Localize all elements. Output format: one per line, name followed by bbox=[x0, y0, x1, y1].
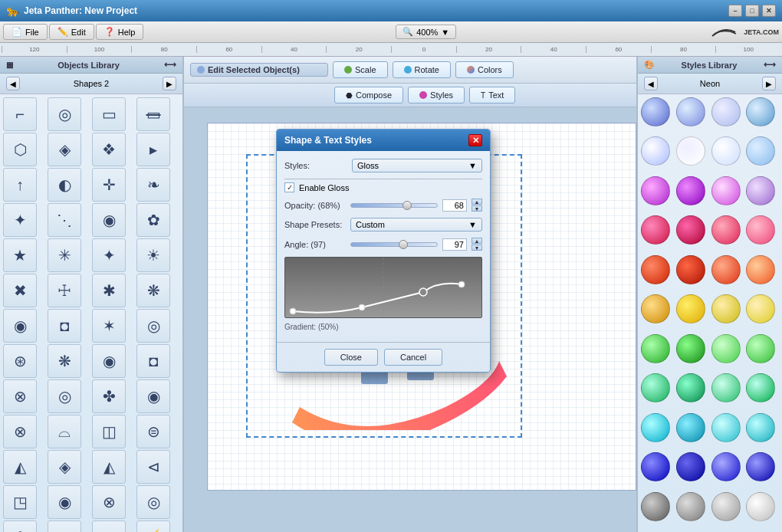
style-ball[interactable] bbox=[676, 334, 705, 363]
shape-item[interactable]: ↙ bbox=[92, 521, 126, 532]
shape-item[interactable]: ◘ bbox=[48, 309, 81, 343]
compose-button[interactable]: ⬣ Compose bbox=[334, 87, 403, 103]
shape-item[interactable]: ★ bbox=[3, 238, 37, 272]
shapes-prev-button[interactable]: ◀ bbox=[6, 77, 20, 90]
style-ball[interactable] bbox=[676, 215, 705, 245]
shape-item[interactable]: ✖ bbox=[3, 274, 37, 307]
shape-item[interactable]: ✶ bbox=[92, 309, 126, 343]
shape-item[interactable]: ◳ bbox=[3, 485, 37, 519]
opacity-slider[interactable] bbox=[350, 203, 438, 208]
style-ball[interactable] bbox=[676, 373, 705, 402]
style-ball[interactable] bbox=[711, 215, 741, 245]
style-ball[interactable] bbox=[711, 97, 741, 126]
style-ball[interactable] bbox=[641, 294, 670, 323]
style-ball[interactable] bbox=[746, 215, 775, 245]
gradient-curve-canvas[interactable] bbox=[284, 257, 482, 318]
shape-item[interactable]: ▭ bbox=[136, 97, 170, 131]
shape-item[interactable]: ❖ bbox=[92, 133, 126, 166]
style-ball[interactable] bbox=[641, 413, 670, 442]
opacity-spinner[interactable]: ▲ ▼ bbox=[472, 199, 482, 212]
style-ball[interactable] bbox=[676, 97, 705, 126]
shape-item[interactable]: ◉ bbox=[48, 485, 81, 519]
opacity-slider-thumb[interactable] bbox=[402, 201, 412, 210]
styles-prev-button[interactable]: ◀ bbox=[644, 77, 658, 90]
style-ball[interactable] bbox=[746, 373, 775, 402]
colors-button[interactable]: Colors bbox=[455, 61, 514, 78]
style-ball[interactable] bbox=[641, 492, 670, 521]
style-ball[interactable] bbox=[746, 492, 775, 521]
shape-item[interactable]: ✛ bbox=[92, 168, 126, 202]
angle-down-button[interactable]: ▼ bbox=[472, 245, 482, 251]
rotate-button[interactable]: Rotate bbox=[393, 61, 451, 78]
shape-item[interactable]: ❋ bbox=[136, 274, 170, 307]
enable-gloss-checkbox[interactable]: ✓ bbox=[284, 182, 294, 192]
style-ball[interactable] bbox=[711, 294, 741, 323]
shape-item[interactable]: ▭ bbox=[92, 97, 126, 131]
style-ball[interactable] bbox=[746, 255, 775, 284]
style-ball[interactable] bbox=[641, 176, 670, 205]
style-ball[interactable] bbox=[676, 255, 705, 284]
shape-item[interactable]: ◘ bbox=[136, 344, 170, 378]
shape-item[interactable]: ⌓ bbox=[48, 415, 81, 448]
style-ball[interactable] bbox=[711, 334, 741, 363]
shape-item[interactable]: ◎ bbox=[48, 379, 81, 413]
style-ball[interactable] bbox=[746, 176, 775, 205]
shape-item[interactable]: ⊗ bbox=[3, 415, 37, 448]
text-button[interactable]: T Text bbox=[469, 87, 515, 103]
style-ball[interactable] bbox=[641, 452, 670, 481]
shape-item[interactable]: ✤ bbox=[3, 521, 37, 532]
shape-item[interactable]: ◎ bbox=[136, 309, 170, 343]
opacity-down-button[interactable]: ▼ bbox=[472, 205, 482, 212]
shape-item[interactable]: ⊗ bbox=[92, 485, 126, 519]
shape-item[interactable]: ✦ bbox=[3, 203, 37, 237]
edit-menu[interactable]: ✏️ Edit bbox=[49, 24, 94, 40]
shapes-next-button[interactable]: ▶ bbox=[163, 77, 176, 90]
shape-item[interactable]: ◐ bbox=[48, 168, 81, 202]
help-menu[interactable]: ❓ Help bbox=[96, 24, 144, 40]
shape-item[interactable]: ◈ bbox=[48, 450, 81, 484]
style-ball[interactable] bbox=[641, 136, 670, 166]
shape-item[interactable]: ◉ bbox=[136, 379, 170, 413]
close-dialog-button[interactable]: Close bbox=[324, 349, 378, 366]
shape-item[interactable]: ☩ bbox=[48, 274, 81, 307]
shape-item[interactable]: ✱ bbox=[92, 274, 126, 307]
shape-item[interactable]: ◉ bbox=[48, 521, 81, 532]
style-ball[interactable] bbox=[641, 373, 670, 402]
shape-item[interactable]: ◎ bbox=[136, 485, 170, 519]
shape-item[interactable]: ⊲ bbox=[136, 450, 170, 484]
minimize-button[interactable]: – bbox=[728, 5, 742, 17]
shape-item[interactable]: ✿ bbox=[136, 203, 170, 237]
angle-slider-thumb[interactable] bbox=[399, 240, 408, 249]
style-ball[interactable] bbox=[676, 492, 705, 521]
angle-up-button[interactable]: ▲ bbox=[472, 238, 482, 244]
presets-select[interactable]: Custom ▼ bbox=[350, 218, 482, 232]
shape-item[interactable]: ◫ bbox=[92, 415, 126, 448]
shape-item[interactable]: ❋ bbox=[48, 344, 81, 378]
style-ball[interactable] bbox=[746, 97, 775, 126]
close-button[interactable]: ✕ bbox=[762, 5, 776, 17]
style-ball[interactable] bbox=[746, 294, 775, 323]
style-ball[interactable] bbox=[711, 373, 741, 402]
zoom-control[interactable]: 🔍 400% ▼ bbox=[396, 25, 456, 39]
angle-spinner[interactable]: ▲ ▼ bbox=[472, 238, 482, 251]
style-ball[interactable] bbox=[746, 413, 775, 442]
style-ball[interactable] bbox=[746, 452, 775, 481]
shape-item[interactable]: ⊗ bbox=[3, 379, 37, 413]
style-ball[interactable] bbox=[641, 334, 670, 363]
shape-item[interactable]: ⊛ bbox=[3, 344, 37, 378]
opacity-value[interactable] bbox=[442, 199, 467, 212]
style-ball[interactable] bbox=[676, 452, 705, 481]
title-bar-controls[interactable]: – □ ✕ bbox=[728, 5, 776, 17]
style-ball[interactable] bbox=[641, 97, 670, 126]
style-ball[interactable] bbox=[641, 255, 670, 284]
opacity-up-button[interactable]: ▲ bbox=[472, 199, 482, 205]
shape-item[interactable]: ☀ bbox=[136, 238, 170, 272]
shape-item[interactable]: ◉ bbox=[3, 309, 37, 343]
shape-item[interactable]: ◭ bbox=[92, 450, 126, 484]
style-ball[interactable] bbox=[711, 492, 741, 521]
styles-next-button[interactable]: ▶ bbox=[762, 77, 776, 90]
angle-value[interactable] bbox=[442, 238, 467, 251]
styles-button[interactable]: Styles bbox=[408, 87, 465, 103]
shape-item[interactable]: ◭ bbox=[3, 450, 37, 484]
shape-item[interactable]: ◈ bbox=[48, 133, 81, 166]
